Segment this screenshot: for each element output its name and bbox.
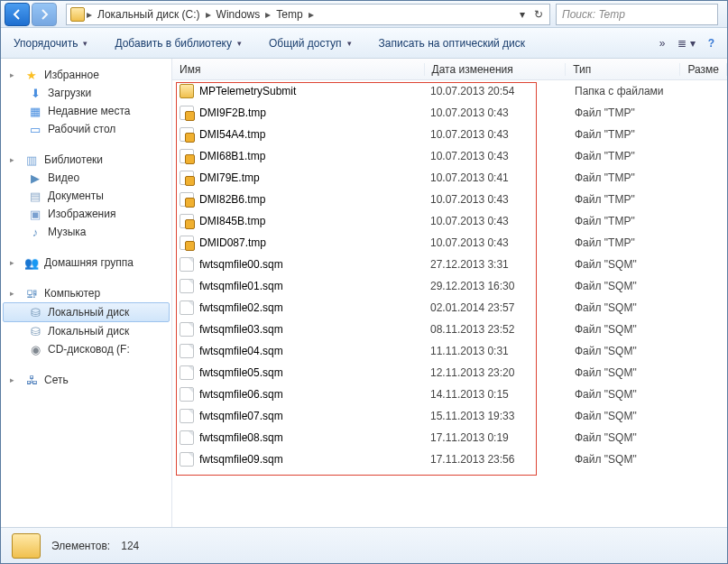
- file-row[interactable]: fwtsqmfile01.sqm29.12.2013 16:30Файл "SQ…: [172, 275, 727, 297]
- chevron-right-icon[interactable]: ▸: [307, 8, 316, 21]
- file-row[interactable]: DMI54A4.tmp10.07.2013 0:43Файл "TMP": [172, 124, 727, 145]
- file-row[interactable]: DMI68B1.tmp10.07.2013 0:43Файл "TMP": [172, 145, 727, 167]
- sidebar-homegroup[interactable]: 👥Домашняя группа: [3, 254, 170, 272]
- file-name: DMI54A4.tmp: [199, 128, 265, 141]
- sidebar-item-video[interactable]: ▶Видео: [3, 169, 170, 187]
- file-date: 10.07.2013 0:43: [430, 236, 575, 249]
- sidebar-favorites[interactable]: ★Избранное: [3, 66, 170, 84]
- file-name: fwtsqmfile00.sqm: [199, 258, 283, 271]
- organize-button[interactable]: Упорядочить: [14, 37, 88, 50]
- search-placeholder: Поиск: Temp: [562, 8, 625, 21]
- file-type: Файл "TMP": [575, 193, 692, 206]
- breadcrumb-segment[interactable]: Локальный диск (C:): [94, 8, 204, 21]
- file-date: 10.07.2013 20:54: [430, 85, 575, 97]
- file-row[interactable]: fwtsqmfile07.sqm15.11.2013 19:33Файл "SQ…: [172, 405, 727, 427]
- column-name[interactable]: Имя: [172, 63, 425, 76]
- burn-button[interactable]: Записать на оптический диск: [379, 37, 526, 50]
- file-date: 08.11.2013 23:52: [430, 323, 575, 336]
- help-icon[interactable]: ?: [708, 37, 714, 50]
- file-row[interactable]: DMI82B6.tmp10.07.2013 0:43Файл "TMP": [172, 189, 727, 210]
- add-to-library-button[interactable]: Добавить в библиотеку: [115, 37, 242, 50]
- file-name: fwtsqmfile07.sqm: [199, 410, 283, 422]
- sidebar-item-music[interactable]: ♪Музыка: [3, 223, 170, 241]
- file-name: fwtsqmfile03.sqm: [199, 323, 283, 336]
- sidebar-item-drive-c[interactable]: ⛁Локальный диск: [3, 302, 170, 322]
- rows-container[interactable]: MPTelemetrySubmit10.07.2013 20:54Папка с…: [172, 80, 727, 527]
- refresh-icon[interactable]: ↻: [531, 8, 546, 21]
- file-row[interactable]: fwtsqmfile06.sqm14.11.2013 0:15Файл "SQM…: [172, 384, 727, 405]
- breadcrumb-segment[interactable]: Temp: [272, 8, 306, 21]
- view-options-icon[interactable]: ≣ ▾: [677, 37, 695, 50]
- desktop-icon: ▭: [28, 122, 42, 136]
- file-row[interactable]: fwtsqmfile02.sqm02.01.2014 23:57Файл "SQ…: [172, 297, 727, 319]
- file-name: fwtsqmfile05.sqm: [199, 366, 283, 379]
- chevron-right-icon[interactable]: ▸: [85, 8, 94, 21]
- downloads-icon: ⬇: [28, 86, 42, 100]
- blank-icon: [180, 279, 194, 293]
- back-button[interactable]: [5, 3, 30, 26]
- file-row[interactable]: DMID087.tmp10.07.2013 0:43Файл "TMP": [172, 232, 727, 254]
- file-name: DMI82B6.tmp: [199, 193, 265, 206]
- blank-icon: [180, 387, 194, 402]
- blank-icon: [180, 365, 194, 380]
- chevron-right-icon[interactable]: ▸: [263, 8, 272, 21]
- breadcrumb-segment[interactable]: Windows: [213, 8, 264, 21]
- recent-icon: ▦: [28, 104, 42, 118]
- sidebar-item-drive[interactable]: ⛁Локальный диск: [3, 322, 170, 340]
- file-row[interactable]: fwtsqmfile09.sqm17.11.2013 23:56Файл "SQ…: [172, 448, 727, 470]
- lock-icon: [180, 236, 194, 250]
- column-headers: Имя Дата изменения Тип Разме: [172, 59, 727, 80]
- sidebar-item-pictures[interactable]: ▣Изображения: [3, 205, 170, 223]
- sidebar-item-desktop[interactable]: ▭Рабочий стол: [3, 120, 170, 138]
- sidebar-item-downloads[interactable]: ⬇Загрузки: [3, 84, 170, 102]
- file-type: Файл "SQM": [575, 258, 692, 271]
- search-input[interactable]: Поиск: Temp: [556, 4, 718, 25]
- sidebar-computer[interactable]: 🖳Компьютер: [3, 284, 170, 302]
- file-type: Файл "TMP": [575, 128, 692, 141]
- file-date: 02.01.2014 23:57: [430, 301, 575, 314]
- file-date: 17.11.2013 0:19: [430, 431, 575, 444]
- file-date: 11.11.2013 0:31: [430, 345, 575, 357]
- file-name: DMI68B1.tmp: [199, 150, 265, 162]
- breadcrumb-dropdown[interactable]: ▾: [515, 8, 530, 21]
- file-row[interactable]: DMI79E.tmp10.07.2013 0:41Файл "TMP": [172, 167, 727, 189]
- file-row[interactable]: DMI9F2B.tmp10.07.2013 0:43Файл "TMP": [172, 102, 727, 124]
- file-type: Файл "SQM": [575, 431, 692, 444]
- sidebar-item-documents[interactable]: ▤Документы: [3, 187, 170, 205]
- file-row[interactable]: fwtsqmfile08.sqm17.11.2013 0:19Файл "SQM…: [172, 427, 727, 448]
- status-count-label: Элементов:: [51, 540, 110, 552]
- blank-icon: [180, 300, 194, 315]
- file-name: fwtsqmfile01.sqm: [199, 280, 283, 292]
- more-icon[interactable]: »: [659, 37, 666, 50]
- lock-icon: [180, 192, 194, 207]
- file-row[interactable]: fwtsqmfile05.sqm12.11.2013 23:20Файл "SQ…: [172, 362, 727, 384]
- sidebar-item-recent[interactable]: ▦Недавние места: [3, 102, 170, 120]
- lock-icon: [180, 214, 194, 228]
- breadcrumb[interactable]: ▸ Локальный диск (C:) ▸ Windows ▸ Temp ▸…: [66, 4, 550, 25]
- file-name: fwtsqmfile04.sqm: [199, 345, 283, 357]
- column-type[interactable]: Тип: [566, 63, 680, 76]
- sidebar-network[interactable]: 🖧Сеть: [3, 371, 170, 389]
- file-row[interactable]: fwtsqmfile04.sqm11.11.2013 0:31Файл "SQM…: [172, 340, 727, 362]
- blank-icon: [180, 409, 194, 423]
- file-date: 14.11.2013 0:15: [430, 388, 575, 401]
- file-type: Файл "SQM": [575, 301, 692, 314]
- file-row[interactable]: MPTelemetrySubmit10.07.2013 20:54Папка с…: [172, 80, 727, 102]
- file-row[interactable]: fwtsqmfile00.sqm27.12.2013 3:31Файл "SQM…: [172, 254, 727, 275]
- sidebar-libraries[interactable]: ▥Библиотеки: [3, 151, 170, 169]
- share-button[interactable]: Общий доступ: [269, 37, 352, 50]
- file-date: 29.12.2013 16:30: [430, 280, 575, 292]
- file-type: Файл "SQM": [575, 366, 692, 379]
- blank-icon: [180, 257, 194, 272]
- column-date[interactable]: Дата изменения: [425, 63, 567, 76]
- blank-icon: [180, 344, 194, 358]
- column-size[interactable]: Разме: [680, 63, 727, 76]
- forward-button[interactable]: [32, 3, 57, 26]
- file-date: 10.07.2013 0:43: [430, 150, 575, 162]
- folder-icon: [12, 533, 41, 559]
- file-date: 10.07.2013 0:41: [430, 171, 575, 184]
- file-row[interactable]: fwtsqmfile03.sqm08.11.2013 23:52Файл "SQ…: [172, 319, 727, 340]
- file-row[interactable]: DMI845B.tmp10.07.2013 0:43Файл "TMP": [172, 210, 727, 232]
- sidebar-item-cd[interactable]: ◉CD-дисковод (F:: [3, 340, 170, 358]
- chevron-right-icon[interactable]: ▸: [204, 8, 213, 21]
